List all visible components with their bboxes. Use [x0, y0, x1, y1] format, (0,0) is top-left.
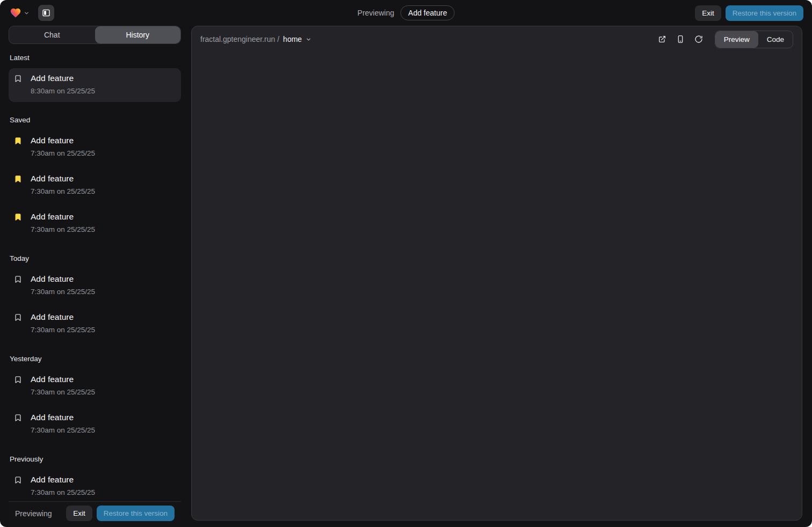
mobile-view-icon: [676, 35, 685, 43]
history-item-title: Add feature: [31, 73, 95, 84]
history-item-title: Add feature: [31, 412, 95, 423]
workspace-menu-button[interactable]: [9, 6, 31, 19]
bookmark-icon: [14, 476, 22, 484]
chevron-down-icon: [306, 36, 311, 42]
tab-code[interactable]: Code: [758, 31, 793, 48]
url-current-page: home: [283, 35, 302, 43]
history-section: Saved Add feature 7:30am on 25/25/25 Add: [9, 116, 181, 240]
app-preview-viewport[interactable]: [192, 52, 802, 520]
history-section: Yesterday Add feature 7:30am on 25/25/25: [9, 355, 181, 441]
history-item-timestamp: 7:30am on 25/25/25: [31, 225, 95, 235]
history-item-timestamp: 8:30am on 25/25/25: [31, 86, 95, 96]
footer-exit-button[interactable]: Exit: [66, 506, 92, 521]
history-item-timestamp: 7:30am on 25/25/25: [31, 149, 95, 158]
version-badge: Add feature: [401, 5, 454, 20]
tab-preview[interactable]: Preview: [715, 31, 758, 48]
history-item-title: Add feature: [31, 312, 95, 323]
bookmark-icon: [14, 275, 22, 283]
section-title: Saved: [10, 116, 180, 124]
history-item[interactable]: Add feature 7:30am on 25/25/25: [9, 130, 181, 164]
lovable-heart-logo: [10, 8, 21, 18]
footer-previewing-label: Previewing: [15, 509, 52, 518]
history-item-title: Add feature: [31, 474, 95, 485]
history-item-timestamp: 7:30am on 25/25/25: [31, 287, 95, 297]
history-item-title: Add feature: [31, 135, 95, 146]
exit-button[interactable]: Exit: [695, 5, 721, 21]
history-item-title: Add feature: [31, 211, 95, 222]
url-route-selector[interactable]: fractal.gptengineer.run / home: [200, 35, 311, 43]
open-in-new-tab-button[interactable]: [655, 32, 670, 47]
bookmark-saved-icon: [14, 175, 22, 183]
history-item[interactable]: Add feature 7:30am on 25/25/25: [9, 169, 181, 202]
bookmark-saved-icon: [14, 213, 22, 221]
history-item[interactable]: Add feature 7:30am on 25/25/25: [9, 207, 181, 240]
history-section: Previously Add feature 7:30am on 25/25/2…: [9, 455, 181, 501]
toggle-sidebar-button[interactable]: [38, 5, 54, 21]
restore-version-button[interactable]: Restore this version: [726, 5, 803, 21]
history-item-title: Add feature: [31, 374, 95, 385]
history-sidebar: Chat History Latest Add feature 8:30am o…: [9, 26, 181, 527]
history-item[interactable]: Add feature 7:30am on 25/25/25: [9, 269, 181, 303]
sidebar-tab-switcher: Chat History: [9, 26, 181, 44]
history-item-timestamp: 7:30am on 25/25/25: [31, 325, 95, 335]
preview-panel: fractal.gptengineer.run / home: [191, 26, 802, 521]
view-mode-switcher: Preview Code: [715, 31, 793, 48]
open-in-new-tab-icon: [658, 35, 666, 43]
history-item[interactable]: Add feature 7:30am on 25/25/25: [9, 307, 181, 341]
tab-history[interactable]: History: [95, 26, 181, 43]
history-item-timestamp: 7:30am on 25/25/25: [31, 426, 95, 435]
history-item-timestamp: 7:30am on 25/25/25: [31, 187, 95, 196]
tab-chat[interactable]: Chat: [9, 26, 95, 43]
preview-toolbar: fractal.gptengineer.run / home: [192, 26, 802, 52]
chevron-down-icon: [24, 10, 30, 16]
section-title: Latest: [10, 54, 180, 62]
bookmark-icon: [14, 313, 22, 321]
history-item-timestamp: 7:30am on 25/25/25: [31, 488, 95, 497]
section-title: Previously: [10, 455, 180, 463]
history-item-timestamp: 7:30am on 25/25/25: [31, 387, 95, 397]
refresh-icon: [694, 35, 703, 43]
bookmark-icon: [14, 414, 22, 422]
refresh-button[interactable]: [691, 32, 706, 47]
app-window: Previewing Add feature Exit Restore this…: [0, 0, 812, 527]
history-list: Latest Add feature 8:30am on 25/25/25 Sa…: [9, 44, 181, 501]
history-item-title: Add feature: [31, 173, 95, 184]
history-item[interactable]: Add feature 7:30am on 25/25/25: [9, 407, 181, 441]
history-section: Latest Add feature 8:30am on 25/25/25: [9, 54, 181, 102]
url-prefix: fractal.gptengineer.run /: [200, 35, 279, 43]
history-item[interactable]: Add feature 7:30am on 25/25/25: [9, 369, 181, 403]
history-section: Today Add feature 7:30am on 25/25/25 Add: [9, 254, 181, 341]
previewing-status-label: Previewing: [358, 9, 394, 17]
history-item[interactable]: Add feature 7:30am on 25/25/25: [9, 470, 181, 501]
bookmark-icon: [14, 75, 22, 83]
history-item-title: Add feature: [31, 274, 95, 284]
footer-restore-version-button[interactable]: Restore this version: [97, 506, 175, 521]
sidebar-footer: Previewing Exit Restore this version: [9, 501, 181, 527]
section-title: Yesterday: [10, 355, 180, 363]
mobile-view-button[interactable]: [673, 32, 688, 47]
bookmark-saved-icon: [14, 137, 22, 145]
section-title: Today: [10, 254, 180, 262]
bookmark-icon: [14, 376, 22, 384]
history-item[interactable]: Add feature 8:30am on 25/25/25: [9, 68, 181, 102]
top-bar: Previewing Add feature Exit Restore this…: [0, 0, 812, 26]
panel-left-icon: [42, 9, 50, 17]
